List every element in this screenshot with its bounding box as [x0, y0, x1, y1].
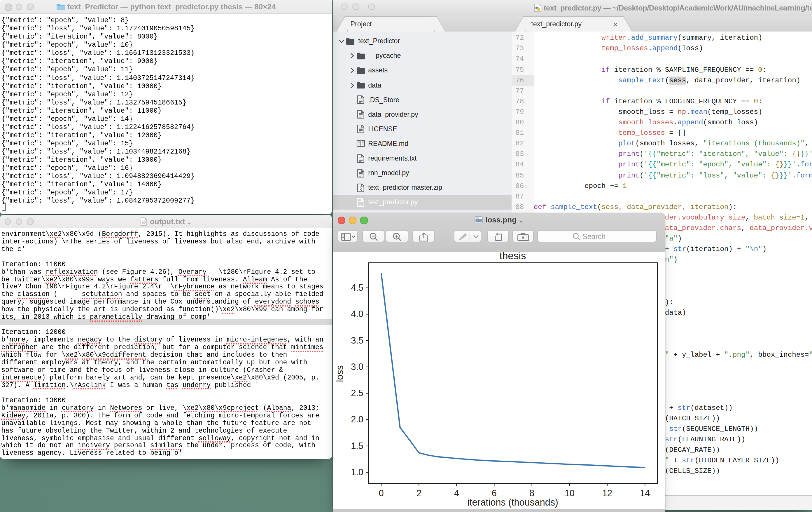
svg-text:6: 6 — [492, 488, 497, 498]
svg-text:3.0: 3.0 — [351, 362, 364, 372]
svg-text:10: 10 — [565, 488, 575, 498]
svg-text:0: 0 — [379, 488, 383, 498]
svg-text:2: 2 — [416, 488, 422, 498]
svg-text:4: 4 — [454, 488, 459, 498]
svg-text:3.5: 3.5 — [351, 335, 364, 346]
svg-text:8: 8 — [529, 488, 534, 498]
svg-text:4.0: 4.0 — [351, 309, 364, 319]
svg-text:iterations (thousands): iterations (thousands) — [467, 497, 558, 508]
svg-text:12: 12 — [602, 488, 612, 498]
svg-text:1.5: 1.5 — [351, 441, 364, 451]
svg-text:4.5: 4.5 — [351, 282, 364, 293]
svg-text:thesis: thesis — [500, 252, 526, 261]
svg-text:2.5: 2.5 — [351, 388, 364, 398]
svg-text:2.0: 2.0 — [351, 414, 364, 425]
svg-text:loss: loss — [335, 365, 345, 382]
svg-text:14: 14 — [640, 488, 650, 498]
svg-text:1.0: 1.0 — [351, 467, 364, 477]
